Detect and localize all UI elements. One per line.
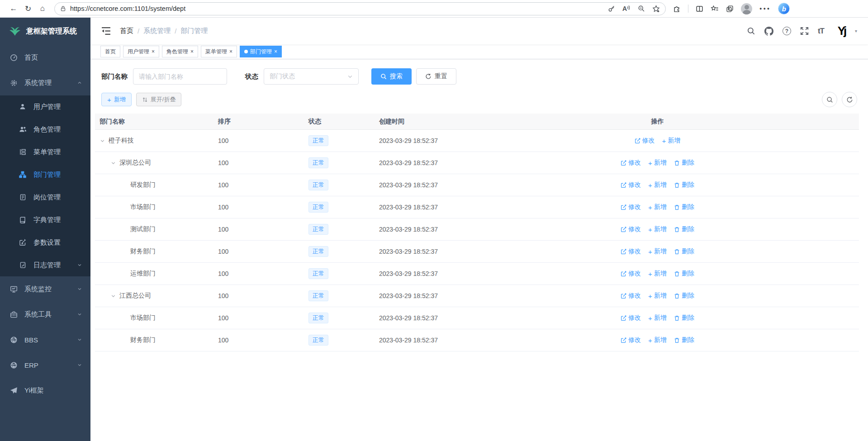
sidebar-item-home[interactable]: 首页: [0, 45, 90, 70]
sidebar-item-erp[interactable]: ERP: [0, 352, 90, 378]
delete-link[interactable]: 删除: [674, 247, 694, 256]
add-child-link[interactable]: +新增: [648, 181, 667, 189]
tab-actions-icon[interactable]: [726, 5, 734, 13]
delete-link[interactable]: 删除: [674, 203, 694, 211]
edit-link[interactable]: 修改: [621, 159, 641, 167]
dept-name-input[interactable]: [133, 68, 227, 85]
favorite-add-icon[interactable]: [652, 5, 660, 13]
breadcrumb-system[interactable]: 系统管理: [143, 27, 171, 35]
zoom-out-icon[interactable]: [638, 5, 645, 12]
edit-link[interactable]: 修改: [621, 336, 641, 344]
close-icon[interactable]: ×: [229, 49, 232, 54]
url-text[interactable]: https://ccnetcore.com:1101/system/dept: [70, 5, 185, 12]
font-size-icon[interactable]: tT: [818, 27, 824, 36]
bing-copilot-icon[interactable]: b: [778, 3, 790, 14]
split-screen-icon[interactable]: [696, 5, 703, 13]
address-bar[interactable]: https://ccnetcore.com:1101/system/dept A: [54, 2, 666, 15]
add-child-link[interactable]: +新增: [662, 137, 681, 145]
add-child-link[interactable]: +新增: [648, 203, 667, 211]
table-row: 市场部门 100 正常 2023-03-29 18:52:37 修改 +新增 删…: [95, 307, 859, 329]
user-avatar[interactable]: Yj: [833, 23, 849, 39]
delete-link[interactable]: 删除: [674, 270, 694, 278]
sidebar-item-log-mgmt[interactable]: 日志管理: [0, 254, 90, 276]
extensions-icon[interactable]: [673, 5, 681, 13]
help-icon[interactable]: ?: [783, 27, 791, 35]
reset-button[interactable]: 重置: [416, 68, 456, 85]
sidebar-collapse-icon[interactable]: [101, 27, 111, 35]
home-icon[interactable]: ⌂: [35, 2, 50, 15]
delete-link[interactable]: 删除: [674, 159, 694, 167]
breadcrumb-home[interactable]: 首页: [120, 27, 133, 35]
sidebar-item-post-mgmt[interactable]: 岗位管理: [0, 186, 90, 209]
refresh-table-button[interactable]: [842, 92, 857, 107]
tab-role-mgmt[interactable]: 角色管理 ×: [162, 46, 198, 57]
sidebar-item-monitor[interactable]: 系统监控: [0, 276, 90, 302]
close-icon[interactable]: ×: [274, 49, 277, 54]
status-select[interactable]: 部门状态: [264, 68, 359, 85]
add-child-link[interactable]: +新增: [648, 225, 667, 233]
github-icon[interactable]: [764, 27, 773, 36]
edit-link[interactable]: 修改: [621, 181, 641, 189]
edit-link[interactable]: 修改: [621, 270, 641, 278]
favorites-bar-icon[interactable]: [711, 5, 719, 13]
password-key-icon[interactable]: [608, 5, 615, 12]
delete-link[interactable]: 删除: [674, 225, 694, 233]
dept-sort: 100: [218, 292, 308, 299]
sidebar-item-menu-mgmt[interactable]: 菜单管理: [0, 141, 90, 163]
sidebar-item-system[interactable]: 系统管理: [0, 70, 90, 95]
edit-link[interactable]: 修改: [621, 225, 641, 233]
delete-link[interactable]: 删除: [674, 314, 694, 322]
tab-menu-mgmt[interactable]: 菜单管理 ×: [201, 46, 237, 57]
sidebar-item-dict-mgmt[interactable]: 字典管理: [0, 209, 90, 231]
search-button[interactable]: 搜索: [371, 68, 412, 85]
sidebar-item-role-mgmt[interactable]: 角色管理: [0, 118, 90, 141]
delete-link[interactable]: 删除: [674, 336, 694, 344]
status-badge: 正常: [308, 335, 328, 346]
close-icon[interactable]: ×: [190, 49, 194, 54]
more-options-icon[interactable]: ●●●: [759, 6, 771, 11]
delete-link[interactable]: 删除: [674, 292, 694, 300]
caret-expanded-icon[interactable]: [100, 138, 105, 144]
read-aloud-icon[interactable]: A: [622, 5, 631, 12]
tab-dept-mgmt[interactable]: 部门管理 ×: [240, 46, 282, 57]
add-button[interactable]: + 新增: [101, 93, 132, 106]
app-logo[interactable]: 意框架管理系统: [0, 18, 90, 45]
tab-home[interactable]: 首页: [100, 46, 120, 57]
edit-label: 修改: [642, 137, 655, 145]
caret-expanded-icon[interactable]: [110, 160, 116, 166]
edit-link[interactable]: 修改: [621, 247, 641, 256]
add-child-link[interactable]: +新增: [648, 270, 667, 278]
profile-avatar[interactable]: [741, 3, 752, 14]
sidebar-item-dept-mgmt[interactable]: 部门管理: [0, 163, 90, 186]
add-child-link[interactable]: +新增: [648, 247, 667, 256]
add-child-link[interactable]: +新增: [648, 159, 667, 167]
delete-link[interactable]: 删除: [674, 181, 694, 189]
back-icon[interactable]: ←: [6, 2, 21, 15]
sidebar-item-params[interactable]: 参数设置: [0, 231, 90, 254]
caret-expanded-icon[interactable]: [110, 293, 116, 299]
user-icon: [18, 103, 27, 110]
edit-link[interactable]: 修改: [621, 292, 641, 300]
avatar-caret-icon[interactable]: ▾: [855, 28, 857, 33]
sidebar-item-yi-framework[interactable]: Yi框架: [0, 378, 90, 403]
expand-collapse-button[interactable]: 展开/折叠: [136, 93, 182, 106]
edit-link[interactable]: 修改: [635, 137, 655, 145]
add-child-link[interactable]: +新增: [648, 314, 667, 322]
edit-label: 修改: [628, 181, 641, 189]
fullscreen-icon[interactable]: [800, 27, 809, 35]
app-title: 意框架管理系统: [26, 27, 77, 36]
sidebar-item-tools[interactable]: 系统工具: [0, 302, 90, 327]
close-icon[interactable]: ×: [152, 49, 155, 54]
add-child-link[interactable]: +新增: [648, 336, 667, 344]
trash-icon: [674, 293, 680, 299]
edit-link[interactable]: 修改: [621, 203, 641, 211]
edit-link[interactable]: 修改: [621, 314, 641, 322]
tab-user-mgmt[interactable]: 用户管理 ×: [123, 46, 159, 57]
show-search-button[interactable]: [822, 92, 837, 107]
sidebar-item-user-mgmt[interactable]: 用户管理: [0, 95, 90, 118]
search-icon[interactable]: [747, 27, 755, 35]
add-child-link[interactable]: +新增: [648, 292, 667, 300]
sidebar-item-bbs[interactable]: BBS: [0, 327, 90, 352]
plus-icon: +: [662, 137, 666, 145]
refresh-icon[interactable]: ↻: [21, 2, 35, 15]
